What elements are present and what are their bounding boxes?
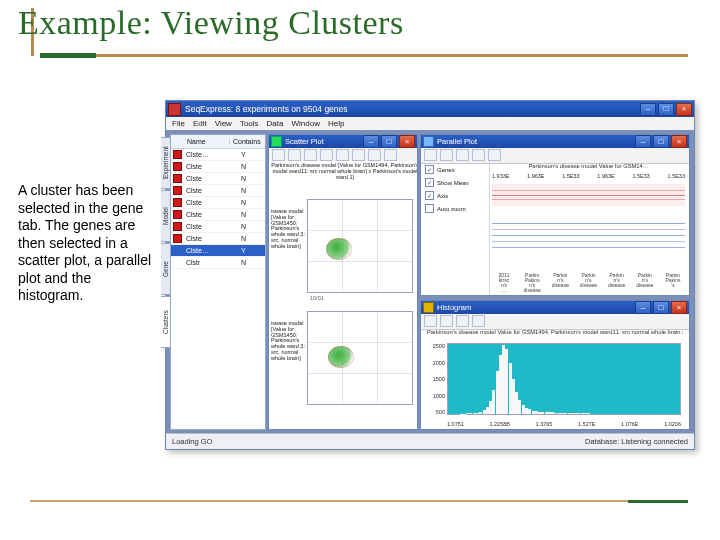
histogram-plot[interactable] <box>447 343 681 415</box>
histogram-window: Histogram – □ × Parkinson's disease mode… <box>420 300 690 430</box>
parallel-maximize[interactable]: □ <box>653 135 669 148</box>
toolbar-button[interactable] <box>424 315 437 327</box>
histogram-close[interactable]: × <box>671 301 687 314</box>
window-buttons: – □ × <box>640 103 692 116</box>
histogram-maximize[interactable]: □ <box>653 301 669 314</box>
toolbar-button[interactable] <box>320 149 333 161</box>
list-item[interactable]: ClsteN <box>171 233 265 245</box>
histogram-plot-title: Parkinson's disease model Value for GSM1… <box>427 329 683 335</box>
row-contains: N <box>238 259 265 266</box>
close-button[interactable]: × <box>676 103 692 116</box>
slide-caption: A cluster has been selected in the gene … <box>18 182 160 305</box>
parallel-xlabel: Parkin n's disease <box>576 273 600 293</box>
list-item[interactable]: ClsteN <box>171 209 265 221</box>
scatter-maximize[interactable]: □ <box>381 135 397 148</box>
color-swatch <box>173 162 182 171</box>
histogram-xtick: 1.2258B <box>489 421 510 427</box>
parallel-xlabel: Parkin n's disease <box>548 273 572 293</box>
row-contains: N <box>238 211 265 218</box>
toolbar-button[interactable] <box>304 149 317 161</box>
parallel-xlabel: Parkin Pakins n's disease <box>520 273 544 293</box>
maximize-button[interactable]: □ <box>658 103 674 116</box>
row-name: Clste <box>183 223 238 230</box>
histogram-xtick: 1.076E <box>621 421 638 427</box>
check-autozoom[interactable]: Auto zoom <box>425 204 485 213</box>
histogram-minimize[interactable]: – <box>635 301 651 314</box>
menu-view[interactable]: View <box>215 119 232 128</box>
toolbar-button[interactable] <box>336 149 349 161</box>
parallel-title: Parallel Plot <box>437 137 635 146</box>
list-item[interactable]: ClsteN <box>171 197 265 209</box>
menu-tools[interactable]: Tools <box>240 119 259 128</box>
menu-help[interactable]: Help <box>328 119 344 128</box>
minimize-button[interactable]: – <box>640 103 656 116</box>
color-swatch <box>173 222 182 231</box>
menu-file[interactable]: File <box>172 119 185 128</box>
toolbar-button[interactable] <box>368 149 381 161</box>
menu-edit[interactable]: Edit <box>193 119 207 128</box>
check-genes[interactable]: ✓Genes <box>425 165 485 174</box>
toolbar-button[interactable] <box>352 149 365 161</box>
parallel-tick: 1.963E <box>597 173 614 182</box>
side-tab-clusters[interactable]: Clusters <box>161 296 171 348</box>
list-item[interactable]: Clste…Y <box>171 245 265 257</box>
list-item[interactable]: ClsteN <box>171 221 265 233</box>
toolbar-button[interactable] <box>440 149 453 161</box>
scatter-toplabel: Parkinson's disease model [Value for GSM… <box>271 163 417 180</box>
app-titlebar[interactable]: SeqExpress: 8 experiments on 9504 genes … <box>166 101 694 117</box>
parallel-tick: 1.5E33 <box>632 173 649 182</box>
parallel-xlabel: Parkin Pakins 's <box>661 273 685 293</box>
list-item[interactable]: Clste…Y <box>171 149 265 161</box>
app-window: SeqExpress: 8 experiments on 9504 genes … <box>165 100 695 450</box>
scatter-close[interactable]: × <box>399 135 415 148</box>
check-showmean[interactable]: ✓Show Mean <box>425 178 485 187</box>
side-tab-model[interactable]: Model <box>161 190 171 242</box>
toolbar-button[interactable] <box>272 149 285 161</box>
parallel-xlabel: Parkin n's disease <box>633 273 657 293</box>
histogram-titlebar[interactable]: Histogram – □ × <box>421 301 689 314</box>
row-contains: N <box>238 223 265 230</box>
histogram-bar <box>587 413 590 414</box>
side-tab-experiment[interactable]: Experiment <box>161 137 171 189</box>
toolbar-button[interactable] <box>440 315 453 327</box>
parallel-xlabels: 2011 kirsc n's …Parkin Pakins n's diseas… <box>492 273 685 293</box>
toolbar-button[interactable] <box>456 315 469 327</box>
side-tab-gene[interactable]: Gene <box>161 243 171 295</box>
parallel-titlebar[interactable]: Parallel Plot – □ × <box>421 135 689 148</box>
menu-data[interactable]: Data <box>267 119 284 128</box>
list-item[interactable]: ClsteN <box>171 185 265 197</box>
app-title: SeqExpress: 8 experiments on 9504 genes <box>185 104 640 114</box>
toolbar-button[interactable] <box>472 315 485 327</box>
toolbar-button[interactable] <box>424 149 437 161</box>
row-contains: N <box>238 187 265 194</box>
bottom-underline-accent <box>628 500 688 503</box>
toolbar-button[interactable] <box>384 149 397 161</box>
histogram-ytick: 2000 <box>423 360 445 366</box>
row-name: Clste… <box>183 247 238 254</box>
side-header-contains[interactable]: Contains <box>230 138 265 145</box>
scatter-title: Scatter Plot <box>285 137 363 146</box>
parallel-plot[interactable]: Parkinson's disease model Value for GSM1… <box>492 163 685 293</box>
check-axis[interactable]: ✓Axis <box>425 191 485 200</box>
parallel-close[interactable]: × <box>671 135 687 148</box>
toolbar-button[interactable] <box>288 149 301 161</box>
list-item[interactable]: ClsteN <box>171 173 265 185</box>
scatter-titlebar[interactable]: Scatter Plot – □ × <box>269 135 417 148</box>
list-item[interactable]: ClstrN <box>171 257 265 269</box>
histogram-xtick: 1.3765 <box>536 421 553 427</box>
parallel-minimize[interactable]: – <box>635 135 651 148</box>
row-name: Clste <box>183 163 238 170</box>
toolbar-button[interactable] <box>456 149 469 161</box>
toolbar-button[interactable] <box>472 149 485 161</box>
color-swatch <box>173 198 182 207</box>
list-item[interactable]: ClsteN <box>171 161 265 173</box>
toolbar-button[interactable] <box>488 149 501 161</box>
menu-window[interactable]: Window <box>291 119 319 128</box>
side-header-name[interactable]: Name <box>184 138 230 145</box>
scatter-minimize[interactable]: – <box>363 135 379 148</box>
scatter-plot-2[interactable] <box>307 311 413 405</box>
histogram-ytick: 1000 <box>423 393 445 399</box>
parallel-xlabel: Parkin n's disease <box>605 273 629 293</box>
scatter-plot-1[interactable]: 10/01 <box>307 199 413 293</box>
parallel-body: ✓Genes ✓Show Mean ✓Axis Auto zoom Parkin… <box>421 161 689 295</box>
